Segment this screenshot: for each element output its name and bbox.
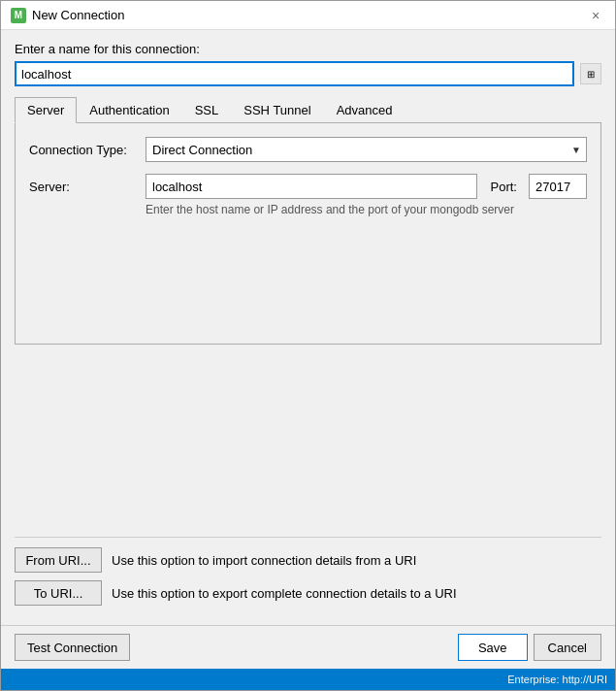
server-control-wrapper: Port: bbox=[146, 174, 587, 199]
connection-type-row: Connection Type: Direct Connection Repli… bbox=[29, 137, 587, 162]
tab-server[interactable]: Server bbox=[15, 97, 77, 123]
to-uri-button[interactable]: To URI... bbox=[15, 580, 102, 606]
title-bar: M New Connection × bbox=[1, 1, 615, 30]
tab-authentication[interactable]: Authentication bbox=[77, 97, 181, 123]
new-connection-dialog: M New Connection × Enter a name for this… bbox=[0, 0, 616, 691]
tab-ssl[interactable]: SSL bbox=[182, 97, 232, 123]
connection-type-select[interactable]: Direct Connection Replica Set Sharded Cl… bbox=[146, 137, 587, 162]
bottom-bar: Test Connection Save Cancel bbox=[1, 625, 615, 669]
title-bar-left: M New Connection bbox=[11, 8, 124, 23]
app-icon: M bbox=[11, 8, 26, 23]
dialog-title: New Connection bbox=[32, 8, 124, 22]
close-button[interactable]: × bbox=[586, 6, 605, 25]
tabs: Server Authentication SSL SSH Tunnel Adv… bbox=[15, 96, 601, 123]
status-bar: Enterprise: http://URI bbox=[1, 669, 615, 690]
port-input[interactable] bbox=[529, 174, 587, 199]
from-uri-desc: Use this option to import connection det… bbox=[112, 553, 416, 568]
connection-type-wrapper: Direct Connection Replica Set Sharded Cl… bbox=[146, 137, 587, 162]
test-connection-button[interactable]: Test Connection bbox=[15, 634, 130, 661]
port-label: Port: bbox=[491, 180, 517, 194]
to-uri-desc: Use this option to export complete conne… bbox=[112, 586, 457, 601]
to-uri-row: To URI... Use this option to export comp… bbox=[15, 580, 601, 606]
divider bbox=[15, 537, 601, 538]
server-input[interactable] bbox=[146, 174, 477, 199]
connection-type-label: Connection Type: bbox=[29, 143, 146, 157]
bottom-right-buttons: Save Cancel bbox=[458, 634, 601, 661]
from-uri-row: From URI... Use this option to import co… bbox=[15, 547, 601, 573]
name-input-row: ⊞ bbox=[15, 61, 601, 86]
dialog-body: Enter a name for this connection: ⊞ Serv… bbox=[1, 30, 615, 625]
save-button[interactable]: Save bbox=[458, 634, 528, 661]
connection-name-input[interactable] bbox=[15, 61, 574, 86]
connection-type-select-wrapper: Direct Connection Replica Set Sharded Cl… bbox=[146, 137, 587, 162]
name-label: Enter a name for this connection: bbox=[15, 42, 601, 56]
server-form-row: Server: Port: bbox=[29, 174, 587, 199]
status-text: Enterprise: http://URI bbox=[507, 674, 607, 685]
from-uri-button[interactable]: From URI... bbox=[15, 547, 102, 573]
content-spacer bbox=[15, 345, 601, 538]
cancel-button[interactable]: Cancel bbox=[534, 634, 601, 661]
server-hint: Enter the host name or IP address and th… bbox=[146, 203, 587, 216]
tab-ssh-tunnel[interactable]: SSH Tunnel bbox=[231, 97, 323, 123]
server-label: Server: bbox=[29, 180, 146, 194]
tab-content-server: Connection Type: Direct Connection Repli… bbox=[15, 123, 601, 345]
tabs-container: Server Authentication SSL SSH Tunnel Adv… bbox=[15, 96, 601, 123]
grid-icon-button[interactable]: ⊞ bbox=[580, 63, 601, 84]
tab-advanced[interactable]: Advanced bbox=[324, 97, 405, 123]
